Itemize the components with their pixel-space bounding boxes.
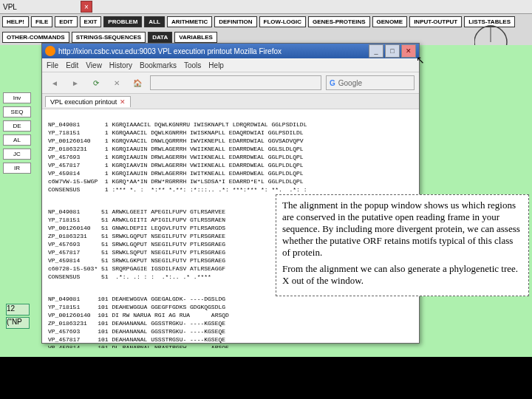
- vpl-close-icon[interactable]: ×: [81, 1, 92, 13]
- strings-button[interactable]: STRINGS-SEQUENCES: [72, 32, 146, 43]
- firefox-popup: http://ixion.csbc.vcu.edu:9003 VPL execu…: [41, 43, 420, 344]
- url-box[interactable]: [150, 75, 321, 90]
- definition-button[interactable]: DEFINITION: [214, 16, 256, 27]
- arithmetic-button[interactable]: ARITHMETIC: [167, 16, 212, 27]
- ir-button[interactable]: IR: [3, 163, 31, 174]
- menu-bookmarks[interactable]: Bookmarks: [140, 61, 177, 69]
- inputoutput-button[interactable]: INPUT-OUTPUT: [409, 16, 462, 27]
- maximize-icon[interactable]: □: [385, 44, 400, 58]
- al-button[interactable]: AL: [3, 134, 31, 146]
- jc-button[interactable]: JC: [3, 149, 31, 160]
- all-button[interactable]: ALL: [144, 16, 165, 27]
- search-placeholder: Google: [338, 79, 362, 87]
- forward-icon[interactable]: ►: [67, 75, 83, 91]
- minimize-icon[interactable]: _: [369, 44, 383, 58]
- menubar: File Edit View History Bookmarks Tools H…: [42, 58, 419, 72]
- gb-np[interactable]: ("NP: [6, 317, 30, 329]
- vpl-title: VPL: [3, 3, 17, 11]
- flowlogic-button[interactable]: FLOW-LOGIC: [259, 16, 306, 27]
- side-strip: Inv SEQ DE AL JC IR: [1, 89, 33, 177]
- reload-icon[interactable]: ⟳: [88, 75, 104, 91]
- genes-button[interactable]: GENES-PROTEINS: [308, 16, 370, 27]
- gb-12[interactable]: 12: [6, 304, 30, 316]
- de-button[interactable]: DE: [3, 120, 31, 132]
- data-button[interactable]: DATA: [148, 32, 172, 43]
- close-icon[interactable]: ✕: [401, 44, 416, 58]
- menu-view[interactable]: View: [86, 61, 102, 69]
- stop-icon[interactable]: ✕: [109, 75, 125, 91]
- genome-button[interactable]: GENOME: [372, 16, 408, 27]
- exit-button[interactable]: EXIT: [80, 16, 102, 27]
- annotation-p1: The alignment in the popup window shows …: [282, 200, 522, 259]
- search-input[interactable]: G Google: [326, 75, 415, 90]
- menu-tools[interactable]: Tools: [184, 61, 201, 69]
- file-button[interactable]: FILE: [31, 16, 52, 27]
- tab-printout[interactable]: VPL execution printout ✕: [45, 96, 131, 107]
- annotation-p2: From the alignment we can also generate …: [282, 263, 522, 287]
- tab-close-icon[interactable]: ✕: [120, 98, 126, 106]
- popup-titlebar[interactable]: http://ixion.csbc.vcu.edu:9003 VPL execu…: [42, 44, 419, 58]
- google-icon: G: [330, 79, 335, 87]
- annotation-box: The alignment in the popup window shows …: [276, 194, 529, 296]
- aln-block-3: NP_049081 101 DEAHEWGGVA GGEGALGDK- ----…: [48, 295, 413, 348]
- seq-button[interactable]: SEQ: [3, 106, 31, 117]
- popup-url: http://ixion.csbc.vcu.edu:9003 VPL execu…: [58, 47, 282, 55]
- firefox-icon: [45, 46, 55, 56]
- command-row-1: HELP! FILE EDIT EXIT PROBLEM ALL ARITHME…: [0, 14, 532, 30]
- problem-button[interactable]: PROBLEM: [103, 16, 142, 27]
- menu-help[interactable]: Help: [208, 61, 224, 69]
- cursor-icon: ↖: [416, 54, 425, 66]
- variables-button[interactable]: VARIABLES: [174, 32, 217, 43]
- menu-history[interactable]: History: [109, 61, 132, 69]
- aln-block-1: NP_049081 1 KGRQIAAACIL DQWLKGNRRU IWISK…: [48, 120, 413, 194]
- edit-button[interactable]: EDIT: [55, 16, 77, 27]
- vpl-titlebar: VPL ×: [0, 0, 532, 14]
- other-button[interactable]: OTHER-COMMANDS: [2, 32, 69, 43]
- menu-edit[interactable]: Edit: [66, 61, 78, 69]
- help-button[interactable]: HELP!: [2, 16, 29, 27]
- toolbar: ◄ ► ⟳ ✕ 🏠 G Google: [42, 72, 419, 94]
- home-icon[interactable]: 🏠: [129, 75, 146, 91]
- menu-file[interactable]: File: [47, 61, 58, 69]
- back-icon[interactable]: ◄: [47, 75, 63, 91]
- tab-strip: VPL execution printout ✕: [42, 94, 419, 109]
- inv-button[interactable]: Inv: [3, 92, 31, 103]
- tab-label: VPL execution printout: [50, 98, 117, 106]
